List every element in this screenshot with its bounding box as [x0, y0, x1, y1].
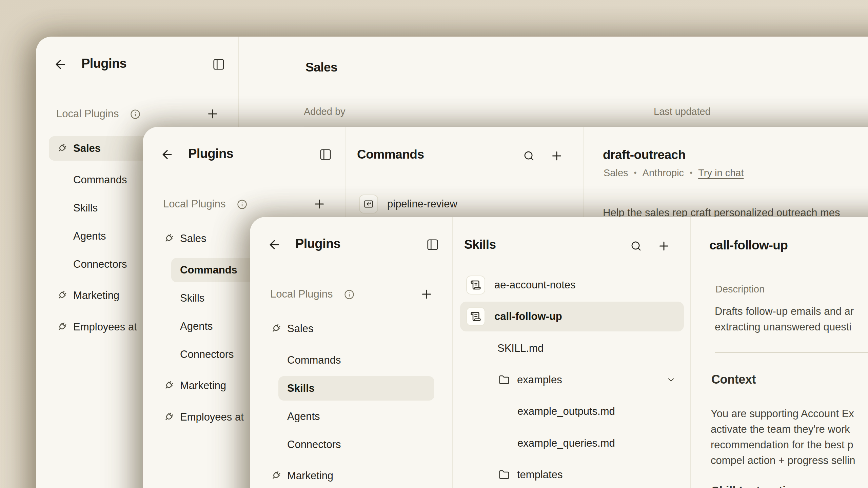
page-title: Plugins	[188, 146, 233, 161]
context-text: You are supporting Account Ex	[711, 407, 854, 420]
file-label: example_outputs.md	[517, 396, 615, 427]
scroll-icon	[466, 276, 485, 294]
list-item-example-outputs[interactable]: example_outputs.md	[453, 396, 691, 427]
back-icon[interactable]	[268, 238, 281, 251]
skills-panel: Skills ae-account-notes call-follow-up S…	[453, 217, 691, 488]
context-text: compel action + progress sellin	[711, 454, 855, 467]
description-text: extracting unanswered questi	[715, 321, 851, 333]
sidebar-item-label: Agents	[180, 314, 213, 339]
context-text: activate the team they're work	[711, 423, 850, 436]
sidebar-item-connectors[interactable]: Connectors	[250, 432, 453, 457]
sidebar-item-label: Marketing	[73, 283, 119, 308]
sidebar-item-sales[interactable]: Sales	[250, 317, 453, 341]
add-plugin-button[interactable]	[206, 107, 219, 121]
plug-icon	[56, 289, 68, 302]
sidebar-item-label: Sales	[287, 317, 314, 341]
column-header-added-by: Added by	[304, 106, 346, 117]
plug-icon	[270, 470, 282, 482]
sidebar-item-marketing[interactable]: Marketing	[250, 464, 453, 488]
table-header-divider	[304, 126, 868, 126]
back-icon[interactable]	[54, 58, 67, 71]
scroll-icon	[466, 307, 485, 326]
sidebar-item-label: Employees at	[73, 315, 137, 339]
dot-separator: •	[634, 168, 637, 178]
description-text: Drafts follow-up emails and ar	[715, 305, 854, 318]
plug-icon	[56, 321, 68, 333]
return-icon	[359, 195, 378, 214]
section-divider	[715, 352, 868, 353]
add-skill-button[interactable]	[657, 239, 671, 253]
back-icon[interactable]	[160, 148, 174, 161]
sidebar-item-label: Marketing	[287, 464, 333, 488]
sidebar-item-label: Skills	[180, 286, 204, 310]
search-icon[interactable]	[523, 150, 535, 162]
plug-icon	[162, 411, 175, 423]
list-item-label: call-follow-up	[494, 301, 562, 332]
skill-title: call-follow-up	[709, 238, 788, 252]
sidebar-item-label: Skills	[287, 376, 315, 401]
sidebar: Plugins Local Plugins Sales Commands Ski…	[250, 217, 453, 488]
info-icon[interactable]	[344, 289, 354, 300]
add-plugin-button[interactable]	[420, 287, 433, 301]
context-text: recommendation for the best p	[711, 439, 853, 451]
sidebar-item-label: Connectors	[287, 432, 341, 457]
description-label: Description	[715, 284, 765, 295]
sidebar-item-label: Connectors	[73, 252, 127, 277]
sidebar-item-label: Marketing	[180, 373, 226, 398]
list-item-pipeline-review[interactable]: pipeline-review	[346, 189, 584, 219]
panel-title: Commands	[357, 147, 424, 162]
folder-icon	[499, 469, 510, 480]
sidebar-item-label: Agents	[287, 404, 320, 429]
page-title: Plugins	[295, 237, 340, 251]
context-heading: Context	[711, 372, 756, 387]
sidebar-item-label: Commands	[287, 348, 341, 372]
list-item-ae-account-notes[interactable]: ae-account-notes	[453, 270, 691, 300]
chevron-down-icon[interactable]	[666, 375, 676, 385]
skill-instructions-heading: Skill Instructions	[711, 484, 807, 488]
section-label: Local Plugins	[163, 198, 225, 210]
try-in-chat-link[interactable]: Try in chat	[698, 167, 744, 179]
info-icon[interactable]	[237, 199, 247, 209]
sidebar-item-label: Employees at	[180, 405, 244, 429]
add-command-button[interactable]	[550, 149, 564, 163]
sidebar-item-label: Skills	[73, 196, 98, 220]
add-plugin-button[interactable]	[313, 197, 326, 211]
section-label: Local Plugins	[270, 288, 333, 300]
sidebar-item-label: Connectors	[180, 342, 234, 367]
folder-label: examples	[517, 365, 562, 395]
sidebar-item-agents[interactable]: Agents	[250, 404, 453, 429]
list-item-examples-folder[interactable]: examples	[453, 365, 691, 395]
panel-toggle-icon[interactable]	[212, 58, 225, 71]
list-item-call-follow-up[interactable]: call-follow-up	[453, 301, 691, 332]
sidebar-item-skills[interactable]: Skills	[250, 376, 453, 401]
list-item-label: pipeline-review	[387, 189, 457, 219]
panel-toggle-icon[interactable]	[319, 148, 332, 161]
info-icon[interactable]	[130, 109, 140, 119]
section-label: Local Plugins	[56, 108, 119, 120]
file-label: SKILL.md	[497, 333, 544, 364]
search-icon[interactable]	[630, 240, 642, 252]
plug-icon	[162, 232, 175, 245]
panel-toggle-icon[interactable]	[426, 238, 439, 251]
list-item-templates-folder[interactable]: templates	[453, 460, 691, 488]
plug-icon	[56, 142, 68, 155]
file-label: example_queries.md	[517, 428, 615, 459]
sidebar-item-label: Commands	[180, 258, 237, 282]
command-title: draft-outreach	[603, 148, 686, 162]
sidebar-item-label: Agents	[73, 224, 106, 248]
dot-separator: •	[690, 168, 692, 178]
page-title: Plugins	[81, 56, 126, 71]
sidebar-item-label: Commands	[73, 168, 127, 192]
folder-label: templates	[517, 460, 563, 488]
sidebar-item-commands[interactable]: Commands	[250, 348, 453, 372]
list-item-example-queries[interactable]: example_queries.md	[453, 428, 691, 459]
list-item-label: ae-account-notes	[494, 270, 576, 300]
list-item-skill-md[interactable]: SKILL.md	[453, 333, 691, 364]
sidebar-item-label: Sales	[180, 226, 206, 251]
panel-title: Skills	[464, 238, 496, 252]
plug-icon	[270, 323, 282, 335]
plugins-window-front: Plugins Local Plugins Sales Commands Ski…	[250, 217, 868, 488]
plugin-title: Sales	[305, 60, 337, 75]
command-meta: Sales • Anthropic • Try in chat	[604, 167, 744, 179]
meta-org: Anthropic	[643, 167, 684, 179]
